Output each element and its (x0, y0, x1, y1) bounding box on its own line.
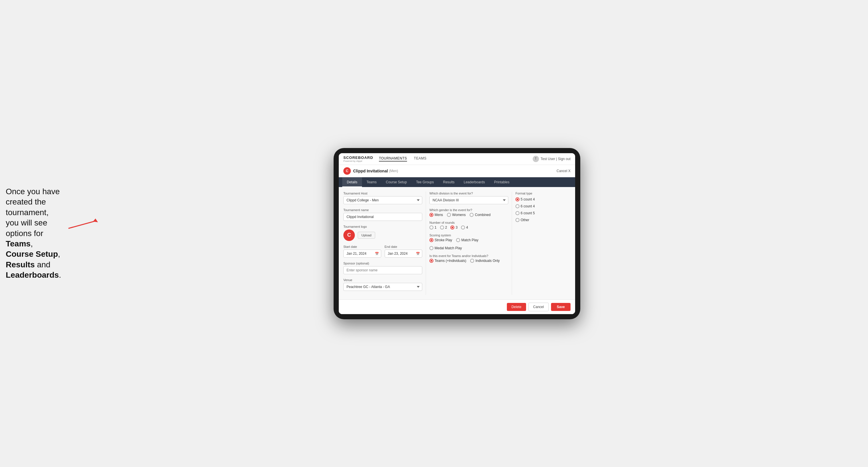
teams-option[interactable]: Teams (+Individuals) (429, 259, 466, 263)
rounds-2-option[interactable]: 2 (440, 225, 447, 229)
format-6count4-radio[interactable] (516, 204, 520, 208)
format-6count4-option[interactable]: 6 count 4 (516, 204, 568, 208)
rounds-3-radio[interactable] (451, 225, 454, 229)
tournament-logo-label: Tournament logo (343, 225, 422, 228)
logo-text: SCOREBOARD (343, 155, 373, 160)
gender-combined-option[interactable]: Combined (470, 213, 491, 217)
format-6count4-label: 6 count 4 (521, 204, 535, 208)
scoring-match-option[interactable]: Match Play (456, 238, 478, 242)
rounds-1-radio[interactable] (429, 225, 433, 229)
scoring-medal-option[interactable]: Medal Match Play (429, 246, 462, 250)
tab-tee-groups[interactable]: Tee Groups (411, 177, 438, 187)
scoring-label: Scoring system (429, 234, 508, 237)
rounds-3-label: 3 (456, 225, 458, 229)
description-text: Once you have created the tournament, yo… (6, 186, 69, 281)
gender-womens-radio[interactable] (447, 213, 451, 217)
team-individual-label: Is this event for Teams and/or Individua… (429, 254, 508, 258)
delete-button[interactable]: Delete (507, 303, 526, 311)
arrow-indicator (66, 215, 100, 232)
left-column: Tournament Host Clippd College - Men Tou… (343, 192, 425, 295)
rounds-4-radio[interactable] (461, 225, 465, 229)
team-individual-radio-group: Teams (+Individuals) Individuals Only (429, 259, 508, 263)
tournament-host-select[interactable]: Clippd College - Men (343, 196, 422, 204)
format-5count4-option[interactable]: 5 count 4 (516, 197, 568, 201)
format-6count5-option[interactable]: 6 count 5 (516, 211, 568, 215)
format-5count4-radio[interactable] (516, 197, 520, 201)
tab-teams[interactable]: Teams (362, 177, 381, 187)
scoring-medal-label: Medal Match Play (435, 246, 462, 250)
save-button[interactable]: Save (551, 303, 570, 311)
scoring-radio-group: Stroke Play Match Play Medal Match Play (429, 238, 508, 250)
scoring-match-radio[interactable] (456, 238, 460, 242)
footer-bar: Delete Cancel Save (339, 300, 575, 314)
gender-radio-group: Mens Womens Combined (429, 213, 508, 217)
tournament-subtitle: (Men) (389, 169, 398, 173)
individuals-option[interactable]: Individuals Only (470, 259, 500, 263)
scoring-medal-radio[interactable] (429, 246, 433, 250)
middle-column: Which division is the event for? NCAA Di… (427, 192, 510, 295)
format-6count5-radio[interactable] (516, 211, 520, 215)
end-date-label: End date (385, 245, 423, 248)
sponsor-input[interactable] (343, 266, 422, 274)
tab-bar: Details Teams Course Setup Tee Groups Re… (339, 177, 575, 187)
sponsor-label: Sponsor (optional) (343, 261, 422, 265)
tab-course-setup[interactable]: Course Setup (381, 177, 411, 187)
tab-results[interactable]: Results (438, 177, 459, 187)
tab-printables[interactable]: Printables (490, 177, 514, 187)
rounds-radio-group: 1 2 3 4 (429, 225, 508, 229)
tab-details[interactable]: Details (342, 177, 362, 187)
gender-mens-label: Mens (435, 213, 443, 217)
rounds-4-option[interactable]: 4 (461, 225, 468, 229)
team-individual-field: Is this event for Teams and/or Individua… (429, 254, 508, 263)
individuals-label: Individuals Only (475, 259, 500, 263)
individuals-radio[interactable] (470, 259, 474, 263)
tournament-logo-field: Tournament logo C Upload (343, 225, 422, 241)
user-sign-out[interactable]: Test User | Sign out (541, 157, 571, 161)
venue-select[interactable]: Peachtree GC - Atlanta - GA (343, 283, 422, 291)
logo-preview: C (343, 229, 355, 241)
start-date-field: Start date 📅 (343, 245, 381, 258)
start-date-label: Start date (343, 245, 381, 248)
start-date-wrap: 📅 (343, 250, 381, 258)
logo-subtitle: Powered by clippd (343, 160, 373, 162)
tablet-device: SCOREBOARD Powered by clippd TOURNAMENTS… (334, 148, 580, 319)
rounds-3-option[interactable]: 3 (451, 225, 458, 229)
gender-mens-option[interactable]: Mens (429, 213, 443, 217)
scoring-match-label: Match Play (461, 238, 478, 242)
tournament-name-input[interactable] (343, 213, 422, 221)
format-type-label: Format type (516, 192, 568, 195)
gender-combined-radio[interactable] (470, 213, 473, 217)
cancel-button[interactable]: Cancel (528, 303, 549, 311)
column-divider-1 (426, 192, 426, 295)
teams-radio[interactable] (429, 259, 433, 263)
rounds-4-label: 4 (466, 225, 468, 229)
division-select[interactable]: NCAA Division III (429, 196, 508, 204)
venue-label: Venue (343, 278, 422, 282)
rounds-label: Number of rounds (429, 221, 508, 224)
tournament-header: C Clippd Invitational (Men) Cancel X (339, 165, 575, 177)
nav-tournaments[interactable]: TOURNAMENTS (379, 156, 407, 161)
format-other-radio[interactable] (516, 218, 520, 222)
rounds-2-radio[interactable] (440, 225, 444, 229)
svg-line-0 (68, 221, 95, 228)
logo-upload-area: C Upload (343, 229, 422, 241)
rounds-1-option[interactable]: 1 (429, 225, 437, 229)
format-6count5-label: 6 count 5 (521, 211, 535, 215)
tab-leaderboards[interactable]: Leaderboards (459, 177, 489, 187)
scoring-stroke-option[interactable]: Stroke Play (429, 238, 452, 242)
logo: SCOREBOARD Powered by clippd (343, 155, 373, 162)
nav-teams[interactable]: TEAMS (414, 156, 427, 161)
teams-label: Teams (+Individuals) (435, 259, 466, 263)
end-date-field: End date 📅 (385, 245, 423, 258)
upload-button[interactable]: Upload (358, 232, 375, 239)
venue-field: Venue Peachtree GC - Atlanta - GA (343, 278, 422, 291)
scoring-stroke-radio[interactable] (429, 238, 433, 242)
cancel-header-button[interactable]: Cancel X (557, 169, 570, 173)
gender-mens-radio[interactable] (429, 213, 433, 217)
scoring-stroke-label: Stroke Play (435, 238, 452, 242)
format-other-option[interactable]: Other (516, 218, 568, 222)
tournament-host-field: Tournament Host Clippd College - Men (343, 192, 422, 204)
svg-marker-1 (93, 219, 98, 222)
gender-womens-option[interactable]: Womens (447, 213, 466, 217)
gender-label: Which gender is the event for? (429, 208, 508, 212)
